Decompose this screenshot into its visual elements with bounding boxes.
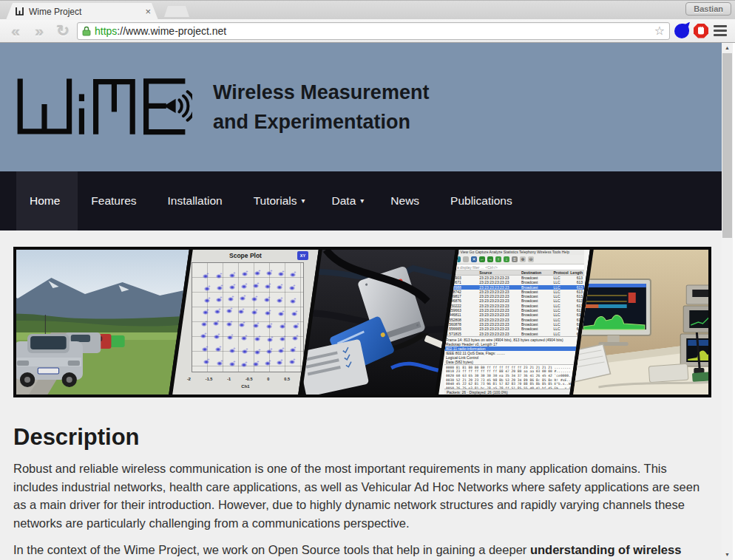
back-icon[interactable]: « (6, 23, 25, 39)
go-top-icon: ↑ (495, 256, 501, 262)
site-title-line2: and Experimentation (213, 107, 429, 137)
description-paragraph-1: Robust and reliable wireless communicati… (13, 460, 710, 532)
scroll-up-icon[interactable]: ▲ (722, 43, 733, 53)
profile-button[interactable]: Bastian (685, 2, 731, 16)
ghostery-extension-icon[interactable] (674, 24, 689, 38)
browser-tab[interactable]: Wime Project × (6, 3, 158, 20)
wime-logo (15, 71, 192, 143)
chevron-down-icon: ▾ (302, 197, 305, 205)
hero-collage: Scope Plot XY -2-1.5-1-0.500.51 Ch1 (13, 247, 711, 397)
prev-packet-icon: ← (479, 256, 485, 262)
cars-photo-illustration (13, 250, 189, 395)
wireshark-hex-pane: 0000 81 81 80 80 80 ff ff ff ff ff ff 23… (444, 364, 584, 391)
nav-item[interactable]: Tutorials▾ (240, 171, 319, 231)
page-viewport: Wireless Measurement and Experimentation… (0, 43, 735, 560)
nav-item[interactable]: Features (78, 171, 154, 231)
site-title-line1: Wireless Measurement (213, 78, 429, 107)
site-title: Wireless Measurement and Experimentation (213, 78, 429, 137)
scroll-down-icon[interactable]: ▼ (722, 550, 733, 560)
constellation-plot (192, 262, 304, 372)
content-container: Scope Plot XY -2-1.5-1-0.500.51 Ch1 (0, 247, 722, 560)
nav-item[interactable]: Installation (155, 171, 240, 231)
scope-xlabel: Ch1 (183, 384, 308, 389)
hero-scope-plot: Scope Plot XY -2-1.5-1-0.500.51 Ch1 (169, 250, 319, 395)
wime-favicon-icon (15, 7, 24, 16)
scope-plot-title: Scope Plot (183, 252, 308, 259)
scope-plot-window: Scope Plot XY -2-1.5-1-0.500.51 Ch1 (183, 250, 308, 395)
new-tab-button[interactable] (164, 6, 189, 17)
wireshark-detail-pane: Frame 14: 813 bytes on wire (4904 bits),… (444, 336, 584, 364)
address-bar[interactable]: https://www.wime-project.net ☆ (77, 22, 670, 40)
tab-strip: Wime Project × Bastian (0, 0, 735, 19)
hero-photo-cars (13, 250, 189, 395)
hero-wireshark-capture: File Edit View Go Capture Analyze Statis… (435, 250, 590, 395)
tab-close-icon[interactable]: × (143, 6, 152, 17)
hero-photo-hardware (298, 250, 455, 395)
description-heading: Description (13, 424, 708, 451)
wireshark-packet-list: 1.09890323:23:23:23:23:23BroadcastLLC613… (444, 276, 584, 336)
stop-capture-icon (463, 256, 469, 262)
wireshark-status-bar: Packets: 26 · Displayed: 26 (100.0%) (444, 389, 584, 395)
site-navbar: Home Features Installation Tutorials▾ Da… (0, 171, 722, 231)
scrollbar-thumb[interactable] (722, 53, 732, 238)
reload-icon[interactable]: ↻ (53, 23, 72, 39)
lab-bench-illustration (569, 250, 711, 395)
url-scheme: https (95, 25, 117, 37)
colorize-icon: ≡ (512, 256, 518, 262)
packet-row: 1.57181523:23:23:23:23:23BroadcastLLC613 (444, 332, 584, 336)
wireshark-filter-bar: Apply a display filter … <Ctrl-/> (444, 264, 584, 270)
url-text[interactable]: https://www.wime-project.net (95, 25, 651, 37)
adblock-extension-icon[interactable] (694, 24, 708, 38)
nav-item[interactable]: News (377, 171, 437, 231)
forward-icon[interactable]: » (30, 23, 49, 39)
tab-title: Wime Project (29, 7, 139, 17)
sdr-hardware-illustration (298, 250, 455, 395)
wireshark-column-headers: TimeSourceDestinationProtocolLength (444, 270, 584, 276)
description-paragraph-2: In the context of the Wime Project, we w… (13, 541, 710, 560)
nav-item[interactable]: Publications (437, 171, 530, 231)
browser-menu-icon[interactable] (713, 24, 728, 38)
hero-photo-lab (569, 250, 711, 395)
scope-xy-button: XY (297, 251, 308, 260)
scope-axis-ticks: -2-1.5-1-0.500.51 (187, 377, 307, 381)
wireshark-menubar: File Edit View Go Capture Analyze Statis… (444, 250, 584, 255)
p2-before: In the context of the Wime Project, we w… (13, 543, 530, 556)
browser-toolbar: « » ↻ https://www.wime-project.net ☆ (0, 19, 735, 43)
url-rest: ://www.wime-project.net (117, 25, 226, 37)
zoom-out-icon: ⊖ (528, 256, 534, 262)
wireshark-window: File Edit View Go Capture Analyze Statis… (444, 250, 584, 395)
https-lock-icon (82, 26, 91, 36)
site-header: Wireless Measurement and Experimentation (0, 43, 722, 171)
zoom-in-icon: ⊕ (520, 256, 526, 262)
chevron-down-icon: ▾ (360, 197, 364, 205)
vertical-scrollbar[interactable]: ▲ ▼ (722, 43, 733, 560)
next-packet-icon: → (487, 256, 493, 262)
start-capture-icon (455, 256, 461, 262)
go-bottom-icon: ↓ (504, 256, 509, 262)
stop-hand-icon (698, 27, 704, 35)
restart-capture-icon: ✕ (471, 256, 477, 262)
web-page: Wireless Measurement and Experimentation… (0, 43, 722, 560)
nav-item[interactable]: Home (16, 171, 78, 231)
nav-item[interactable]: Data▾ (319, 171, 378, 231)
bookmark-star-icon[interactable]: ☆ (654, 25, 665, 37)
wireshark-toolbar: ✕ ← → ↑ ↓ ≡ ⊕ ⊖ (444, 255, 584, 264)
